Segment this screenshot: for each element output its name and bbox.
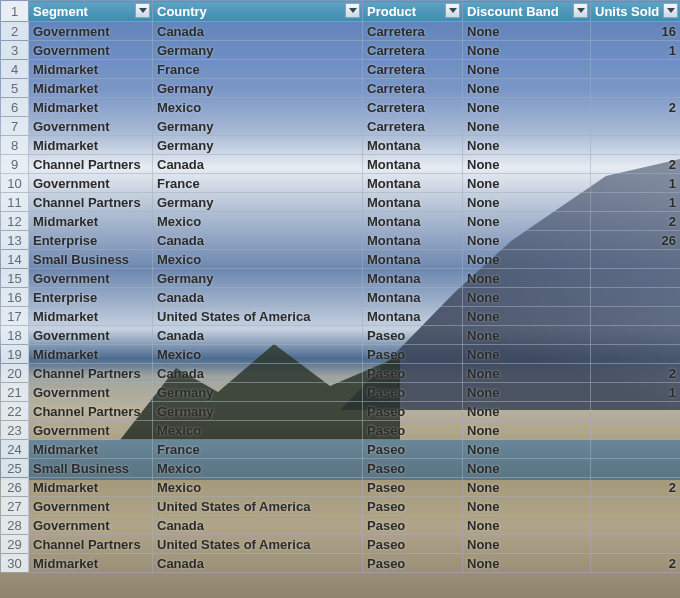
col-header-segment[interactable]: Segment [29, 1, 153, 22]
row-number[interactable]: 9 [1, 155, 29, 174]
cell-segment[interactable]: Channel Partners [29, 402, 153, 421]
cell-discount[interactable]: None [463, 326, 591, 345]
cell-discount[interactable]: None [463, 440, 591, 459]
cell-country[interactable]: France [153, 440, 363, 459]
row-number[interactable]: 22 [1, 402, 29, 421]
row-number[interactable]: 25 [1, 459, 29, 478]
cell-product[interactable]: Paseo [363, 440, 463, 459]
cell-segment[interactable]: Government [29, 383, 153, 402]
col-header-country[interactable]: Country [153, 1, 363, 22]
cell-segment[interactable]: Government [29, 41, 153, 60]
cell-segment[interactable]: Small Business [29, 459, 153, 478]
cell-country[interactable]: United States of America [153, 535, 363, 554]
cell-units[interactable] [591, 535, 681, 554]
cell-discount[interactable]: None [463, 516, 591, 535]
row-number[interactable]: 14 [1, 250, 29, 269]
filter-dropdown-icon[interactable] [573, 3, 588, 18]
cell-product[interactable]: Carretera [363, 98, 463, 117]
cell-units[interactable] [591, 402, 681, 421]
row-number[interactable]: 21 [1, 383, 29, 402]
row-number[interactable]: 5 [1, 79, 29, 98]
cell-country[interactable]: Germany [153, 79, 363, 98]
cell-units[interactable] [591, 497, 681, 516]
cell-country[interactable]: Germany [153, 269, 363, 288]
cell-units[interactable]: 26 [591, 231, 681, 250]
row-number[interactable]: 4 [1, 60, 29, 79]
cell-units[interactable]: 1 [591, 41, 681, 60]
row-number[interactable]: 12 [1, 212, 29, 231]
row-number[interactable]: 16 [1, 288, 29, 307]
row-number[interactable]: 11 [1, 193, 29, 212]
cell-product[interactable]: Paseo [363, 516, 463, 535]
cell-discount[interactable]: None [463, 136, 591, 155]
cell-units[interactable] [591, 440, 681, 459]
cell-product[interactable]: Carretera [363, 41, 463, 60]
row-number[interactable]: 2 [1, 22, 29, 41]
cell-discount[interactable]: None [463, 79, 591, 98]
cell-discount[interactable]: None [463, 41, 591, 60]
cell-product[interactable]: Paseo [363, 554, 463, 573]
row-number[interactable]: 24 [1, 440, 29, 459]
cell-units[interactable] [591, 516, 681, 535]
cell-discount[interactable]: None [463, 402, 591, 421]
row-number[interactable]: 6 [1, 98, 29, 117]
cell-country[interactable]: Mexico [153, 459, 363, 478]
cell-product[interactable]: Paseo [363, 383, 463, 402]
cell-units[interactable] [591, 345, 681, 364]
cell-product[interactable]: Montana [363, 212, 463, 231]
cell-units[interactable] [591, 60, 681, 79]
cell-discount[interactable]: None [463, 383, 591, 402]
cell-segment[interactable]: Government [29, 174, 153, 193]
cell-product[interactable]: Paseo [363, 459, 463, 478]
cell-segment[interactable]: Channel Partners [29, 155, 153, 174]
cell-units[interactable] [591, 250, 681, 269]
col-header-discount[interactable]: Discount Band [463, 1, 591, 22]
cell-country[interactable]: Germany [153, 136, 363, 155]
row-number[interactable]: 7 [1, 117, 29, 136]
cell-country[interactable]: Canada [153, 516, 363, 535]
cell-country[interactable]: United States of America [153, 307, 363, 326]
row-number[interactable]: 23 [1, 421, 29, 440]
cell-product[interactable]: Carretera [363, 60, 463, 79]
cell-discount[interactable]: None [463, 535, 591, 554]
cell-product[interactable]: Paseo [363, 364, 463, 383]
cell-product[interactable]: Paseo [363, 497, 463, 516]
cell-discount[interactable]: None [463, 478, 591, 497]
row-number[interactable]: 13 [1, 231, 29, 250]
cell-discount[interactable]: None [463, 212, 591, 231]
cell-units[interactable]: 16 [591, 22, 681, 41]
row-number[interactable]: 27 [1, 497, 29, 516]
cell-discount[interactable]: None [463, 22, 591, 41]
cell-units[interactable]: 1 [591, 193, 681, 212]
filter-dropdown-icon[interactable] [663, 3, 678, 18]
cell-country[interactable]: United States of America [153, 497, 363, 516]
cell-units[interactable]: 2 [591, 478, 681, 497]
row-number[interactable]: 29 [1, 535, 29, 554]
cell-units[interactable]: 2 [591, 364, 681, 383]
cell-discount[interactable]: None [463, 497, 591, 516]
cell-product[interactable]: Montana [363, 136, 463, 155]
cell-segment[interactable]: Midmarket [29, 345, 153, 364]
cell-product[interactable]: Paseo [363, 402, 463, 421]
cell-product[interactable]: Carretera [363, 79, 463, 98]
cell-country[interactable]: Germany [153, 402, 363, 421]
cell-product[interactable]: Paseo [363, 535, 463, 554]
cell-discount[interactable]: None [463, 288, 591, 307]
cell-discount[interactable]: None [463, 60, 591, 79]
cell-segment[interactable]: Midmarket [29, 60, 153, 79]
cell-country[interactable]: Canada [153, 155, 363, 174]
cell-discount[interactable]: None [463, 250, 591, 269]
cell-segment[interactable]: Midmarket [29, 98, 153, 117]
cell-country[interactable]: Germany [153, 193, 363, 212]
row-number[interactable]: 15 [1, 269, 29, 288]
cell-discount[interactable]: None [463, 174, 591, 193]
cell-product[interactable]: Montana [363, 307, 463, 326]
cell-units[interactable] [591, 307, 681, 326]
cell-discount[interactable]: None [463, 269, 591, 288]
cell-discount[interactable]: None [463, 155, 591, 174]
cell-discount[interactable]: None [463, 117, 591, 136]
cell-units[interactable] [591, 269, 681, 288]
cell-discount[interactable]: None [463, 364, 591, 383]
cell-units[interactable] [591, 288, 681, 307]
cell-product[interactable]: Paseo [363, 421, 463, 440]
